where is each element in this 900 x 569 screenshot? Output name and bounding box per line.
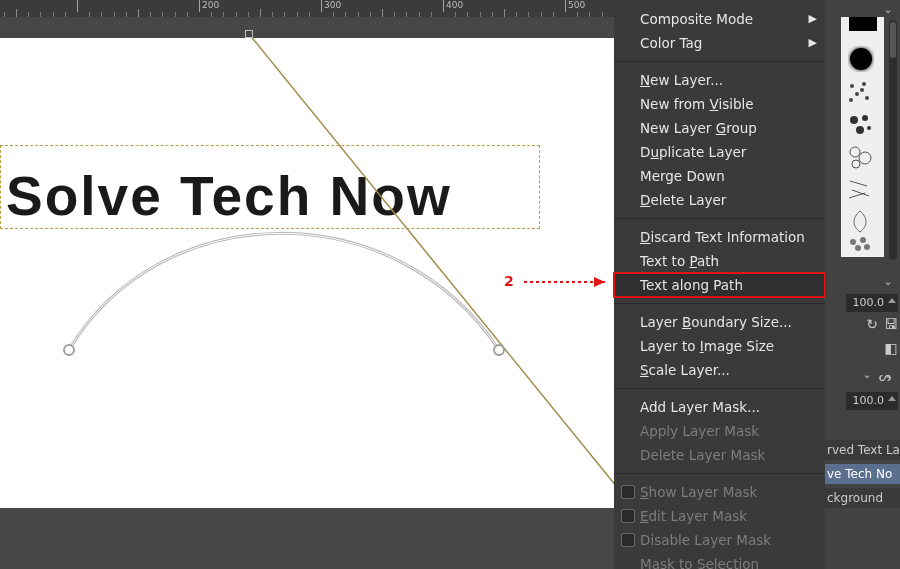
menu-new-layer[interactable]: New Layer... bbox=[614, 68, 825, 92]
menu-label: Composite Mode bbox=[640, 11, 753, 27]
svg-point-14 bbox=[862, 115, 868, 121]
menu-add-layer-mask[interactable]: Add Layer Mask... bbox=[614, 395, 825, 419]
svg-point-12 bbox=[860, 88, 864, 92]
opacity-value: 100.0 bbox=[853, 296, 885, 309]
brush-chalk-icon[interactable] bbox=[847, 176, 873, 202]
panel-collapse-chevron-icon[interactable]: ⌄ bbox=[881, 275, 895, 289]
menu-discard-text[interactable]: Discard Text Information bbox=[614, 225, 825, 249]
path-handle-top[interactable] bbox=[245, 30, 253, 38]
opacity-spinner-1[interactable]: 100.0 bbox=[846, 294, 898, 312]
svg-point-26 bbox=[864, 244, 870, 250]
ruler-tick bbox=[321, 0, 322, 12]
brush-splats-icon[interactable] bbox=[847, 112, 873, 138]
layer-row-tech-now[interactable]: ve Tech No bbox=[825, 464, 900, 484]
menu-duplicate-layer[interactable]: Duplicate Layer bbox=[614, 140, 825, 164]
ruler-number: 200 bbox=[202, 0, 219, 10]
menu-color-tag[interactable]: Color Tag ▶ bbox=[614, 31, 825, 55]
menu-label: Text to Path bbox=[640, 253, 719, 269]
menu-composite-mode[interactable]: Composite Mode ▶ bbox=[614, 7, 825, 31]
panel-menu-chevron-icon[interactable]: ⌄ bbox=[881, 3, 895, 17]
menu-label: Layer Boundary Size... bbox=[640, 314, 792, 330]
svg-line-20 bbox=[850, 181, 867, 186]
svg-line-22 bbox=[849, 193, 865, 198]
menu-merge-down[interactable]: Merge Down bbox=[614, 164, 825, 188]
menu-label: Mask to Selection bbox=[640, 556, 759, 569]
right-dock-panel: ⌄ ⌄ 100.0 ↻ 🖫 ◧ ⌄ ᔕ ⌄ 100.0 rved Text La bbox=[825, 0, 900, 569]
menu-label: Scale Layer... bbox=[640, 362, 730, 378]
annotation-label-2: 2 bbox=[504, 273, 514, 289]
menu-label: Merge Down bbox=[640, 168, 725, 184]
svg-point-24 bbox=[860, 237, 866, 243]
menu-label: Discard Text Information bbox=[640, 229, 805, 245]
svg-point-23 bbox=[850, 239, 856, 245]
ruler-number: 400 bbox=[446, 0, 463, 10]
menu-label: Delete Layer bbox=[640, 192, 726, 208]
menu-text-along-path[interactable]: Text along Path bbox=[614, 273, 825, 297]
menu-layer-boundary-size[interactable]: Layer Boundary Size... bbox=[614, 310, 825, 334]
menu-label: New Layer... bbox=[640, 72, 723, 88]
svg-point-7 bbox=[850, 84, 854, 88]
menu-new-layer-group[interactable]: New Layer Group bbox=[614, 116, 825, 140]
ruler-tick bbox=[199, 0, 200, 12]
svg-point-9 bbox=[855, 92, 859, 96]
layer-row-background[interactable]: ckground bbox=[825, 488, 900, 508]
menu-label: Color Tag bbox=[640, 35, 702, 51]
canvas-paper[interactable] bbox=[0, 38, 614, 508]
submenu-arrow-icon: ▶ bbox=[809, 36, 817, 50]
menu-apply-layer-mask: Apply Layer Mask bbox=[614, 419, 825, 443]
ruler-tick bbox=[77, 0, 78, 12]
opacity-spinner-2[interactable]: 100.0 bbox=[846, 392, 898, 410]
layer-name: rved Text La bbox=[827, 443, 900, 457]
menu-delete-layer[interactable]: Delete Layer bbox=[614, 188, 825, 212]
ruler-tick bbox=[443, 0, 444, 12]
menu-label: Show Layer Mask bbox=[640, 484, 757, 500]
menu-mask-to-selection: Mask to Selection bbox=[614, 552, 825, 569]
svg-point-16 bbox=[867, 126, 871, 130]
ruler-number: 300 bbox=[324, 0, 341, 10]
layer-context-menu: Composite Mode ▶ Color Tag ▶ New Layer..… bbox=[614, 0, 825, 569]
save-icon[interactable]: 🖫 bbox=[882, 316, 900, 334]
svg-point-8 bbox=[862, 82, 866, 86]
path-anchor-left[interactable] bbox=[63, 344, 75, 356]
svg-point-15 bbox=[856, 126, 864, 134]
brush-scrollbar[interactable] bbox=[889, 20, 897, 260]
dropdown-chevron-icon[interactable]: ⌄ bbox=[860, 368, 874, 382]
brush-cell-icon[interactable] bbox=[847, 144, 873, 170]
menu-label: New Layer Group bbox=[640, 120, 757, 136]
brush-soft-round-icon[interactable] bbox=[848, 46, 874, 72]
menu-new-from-visible[interactable]: New from Visible bbox=[614, 92, 825, 116]
menu-label: Apply Layer Mask bbox=[640, 423, 759, 439]
menu-label: New from Visible bbox=[640, 96, 754, 112]
svg-point-19 bbox=[852, 160, 860, 168]
ruler-number: 500 bbox=[568, 0, 585, 10]
brush-vegetal-icon[interactable] bbox=[847, 208, 873, 234]
ruler-tick bbox=[565, 0, 566, 12]
menu-text-to-path[interactable]: Text to Path bbox=[614, 249, 825, 273]
canvas-text-layer[interactable]: Solve Tech Now bbox=[6, 164, 452, 228]
dropdown-chevron-icon[interactable]: ⌄ bbox=[881, 368, 895, 382]
menu-label: Layer to Image Size bbox=[640, 338, 774, 354]
menu-label: Add Layer Mask... bbox=[640, 399, 760, 415]
layer-name: ckground bbox=[827, 491, 883, 505]
menu-show-layer-mask: Show Layer Mask bbox=[614, 480, 825, 504]
brush-confetti-icon[interactable] bbox=[847, 80, 873, 106]
menu-label: Disable Layer Mask bbox=[640, 532, 771, 548]
svg-point-11 bbox=[849, 98, 853, 102]
menu-disable-layer-mask: Disable Layer Mask bbox=[614, 528, 825, 552]
detach-icon[interactable]: ◧ bbox=[882, 340, 900, 358]
menu-scale-layer[interactable]: Scale Layer... bbox=[614, 358, 825, 382]
path-anchor-right[interactable] bbox=[493, 344, 505, 356]
svg-point-17 bbox=[850, 147, 860, 157]
submenu-arrow-icon: ▶ bbox=[809, 12, 817, 26]
brush-swatch[interactable] bbox=[849, 17, 877, 31]
svg-point-6 bbox=[850, 48, 872, 70]
rotate-icon[interactable]: ↻ bbox=[863, 316, 881, 334]
menu-layer-to-image-size[interactable]: Layer to Image Size bbox=[614, 334, 825, 358]
brush-sponge-icon[interactable] bbox=[847, 235, 873, 255]
svg-point-13 bbox=[850, 116, 858, 124]
svg-point-18 bbox=[859, 152, 871, 164]
layer-row-curved-text[interactable]: rved Text La bbox=[825, 440, 900, 460]
layer-name: ve Tech No bbox=[827, 467, 892, 481]
svg-line-21 bbox=[852, 190, 869, 196]
opacity-value: 100.0 bbox=[853, 394, 885, 407]
